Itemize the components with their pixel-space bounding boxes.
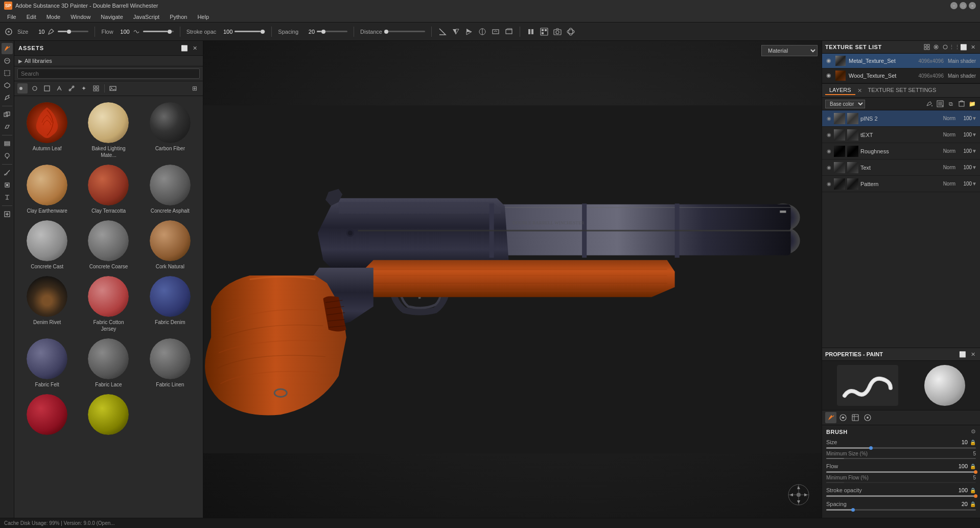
layer-add-paint-btn[interactable] — [925, 99, 934, 108]
layer-vis-pins2[interactable]: ◉ — [825, 115, 832, 122]
asset-item-concrete-coarse[interactable]: Concrete Coarse — [78, 216, 139, 272]
viewport-mode-select[interactable]: Material Base Color Roughness Metallic — [761, 45, 818, 56]
prop-tab-context[interactable] — [862, 412, 873, 423]
viewport[interactable]: DOUBLE BARRELL WINCHESTER Material Base … — [203, 41, 822, 518]
tool-clone[interactable] — [2, 109, 13, 120]
assets-nav-label[interactable]: All libraries — [25, 58, 52, 64]
assets-close-icon[interactable]: ✕ — [191, 44, 199, 52]
3d-icon[interactable] — [504, 27, 514, 36]
brush-min-flow-track[interactable] — [826, 482, 976, 483]
layers-tab[interactable]: LAYERS — [825, 86, 855, 95]
assets-filter-all[interactable] — [17, 83, 28, 94]
symmetry-icon[interactable] — [478, 27, 487, 36]
brush-settings-btn[interactable]: ⚙ — [971, 428, 976, 435]
tool-text[interactable] — [2, 192, 13, 203]
layer-blend-pins2[interactable]: Norm — [943, 116, 955, 121]
tool-pen[interactable] — [2, 92, 13, 103]
menu-edit[interactable]: Edit — [21, 13, 41, 21]
layer-row-text[interactable]: ◉ tEXT Norm 100 ▼ — [822, 127, 980, 143]
menu-file[interactable]: File — [2, 13, 21, 21]
layer-opacity-arrow-roughness[interactable]: ▼ — [972, 148, 977, 154]
prop-tab-brush[interactable] — [825, 412, 836, 423]
flow-slider[interactable] — [143, 31, 174, 32]
brush-size-track[interactable] — [826, 447, 976, 449]
tsl-view2-icon[interactable] — [941, 43, 949, 51]
brush-flow-track[interactable] — [826, 471, 976, 473]
layer-blend-text[interactable]: Norm — [943, 132, 955, 137]
menu-mode[interactable]: Mode — [41, 13, 66, 21]
tool-transform[interactable] — [2, 179, 13, 191]
asset-item-fabric-denim[interactable]: Fabric Denim — [139, 272, 201, 334]
assets-filter-texture[interactable] — [30, 83, 40, 94]
tool-layer[interactable] — [2, 138, 13, 149]
spacing-slider[interactable] — [317, 31, 347, 32]
layer-folder-btn[interactable]: 📁 — [968, 99, 977, 108]
brush-shape-icon[interactable] — [4, 27, 13, 36]
asset-item-fabric-lace[interactable]: Fabric Lace — [78, 334, 139, 390]
brush-stroke-opacity-lock[interactable]: 🔒 — [970, 488, 976, 493]
mirror-y-icon[interactable] — [464, 27, 474, 36]
asset-item-partial-2[interactable] — [78, 390, 139, 439]
menu-javascript[interactable]: JavaScript — [128, 13, 165, 21]
menu-window[interactable]: Window — [65, 13, 96, 21]
close-button[interactable]: × — [969, 2, 976, 9]
assets-expand-icon[interactable]: ⬜ — [180, 44, 189, 52]
asset-item-partial-1[interactable] — [16, 390, 78, 439]
assets-grid-toggle[interactable]: ⊞ — [190, 83, 200, 94]
layer-vis-text[interactable]: ◉ — [825, 131, 832, 139]
layer-vis-pattern[interactable]: ◉ — [825, 180, 832, 188]
tool-paint[interactable] — [2, 43, 13, 54]
layer-blend-text2[interactable]: Norm — [943, 165, 955, 170]
assets-filter-image[interactable] — [108, 83, 118, 94]
layer-blend-roughness[interactable]: Norm — [943, 148, 955, 154]
minimize-button[interactable]: − — [950, 2, 958, 9]
menu-help[interactable]: Help — [192, 13, 214, 21]
layer-duplicate-btn[interactable]: ⧉ — [946, 99, 955, 108]
layer-opacity-arrow-text2[interactable]: ▼ — [972, 165, 977, 170]
layers-tab-close[interactable]: ✕ — [857, 87, 862, 94]
layer-row-roughness[interactable]: ◉ Roughness Norm 100 ▼ — [822, 143, 980, 159]
menu-navigate[interactable]: Navigate — [96, 13, 128, 21]
angle-icon[interactable] — [438, 27, 447, 36]
assets-filter-brush[interactable] — [54, 83, 64, 94]
maximize-button[interactable]: □ — [960, 2, 967, 9]
layer-row-text2[interactable]: ◉ Text Norm 100 ▼ — [822, 159, 980, 176]
assets-search-input[interactable] — [17, 68, 200, 79]
layer-add-fill-btn[interactable] — [936, 99, 945, 108]
tsl-expand-icon[interactable] — [923, 43, 931, 51]
asset-item-concrete-cast[interactable]: Concrete Cast — [16, 216, 78, 272]
tool-polygon[interactable] — [2, 80, 13, 91]
texture-set-row-wood[interactable]: ◉ Wood_Texture_Set 4096x4096 Main shader — [822, 68, 980, 83]
brush-stroke-opacity-track[interactable] — [826, 495, 976, 497]
ts-vis-metal-icon[interactable]: ◉ — [826, 57, 833, 64]
assets-filter-proc[interactable] — [91, 83, 101, 94]
tool-color-picker[interactable] — [2, 150, 13, 162]
prop-close-icon[interactable]: ✕ — [969, 350, 977, 358]
render-icon[interactable] — [540, 27, 549, 36]
tool-smudge[interactable] — [2, 55, 13, 66]
brush-spacing-lock[interactable]: 🔒 — [970, 501, 976, 507]
asset-item-fabric-cotton-jersey[interactable]: Fabric Cotton Jersey — [78, 272, 139, 334]
texture-set-row-metal[interactable]: ◉ Metal_Texture_Set 4096x4096 Main shade… — [822, 54, 980, 68]
asset-item-baked-lighting[interactable]: Baked Lighting Mate... — [78, 98, 139, 160]
layer-vis-roughness[interactable]: ◉ — [825, 148, 832, 155]
asset-item-concrete-asphalt[interactable]: Concrete Asphalt — [139, 160, 201, 216]
environment-icon[interactable] — [566, 27, 575, 36]
asset-item-clay-terracotta[interactable]: Clay Terracotta — [78, 160, 139, 216]
size-slider[interactable] — [58, 31, 88, 32]
brush-min-size-track[interactable] — [826, 458, 976, 459]
layer-opacity-arrow-pattern[interactable]: ▼ — [972, 181, 977, 187]
tool-eraser[interactable] — [2, 121, 13, 132]
layer-delete-btn[interactable] — [957, 99, 966, 108]
mirror-x-icon[interactable] — [451, 27, 460, 36]
tool-select[interactable] — [2, 67, 13, 79]
navigation-widget[interactable]: Y -Y -X X — [786, 482, 811, 508]
tool-measure[interactable] — [2, 167, 13, 178]
stroke-opacity-slider[interactable] — [235, 31, 265, 32]
prop-expand-icon[interactable]: ⬜ — [959, 350, 967, 358]
brush-spacing-track[interactable] — [826, 509, 976, 511]
asset-item-fabric-linen[interactable]: Fabric Linen — [139, 334, 201, 390]
layer-vis-text2[interactable]: ◉ — [825, 164, 832, 171]
ts-vis-wood-icon[interactable]: ◉ — [826, 72, 833, 79]
tsl-settings-icon[interactable]: ⋮⋮ — [950, 43, 959, 51]
